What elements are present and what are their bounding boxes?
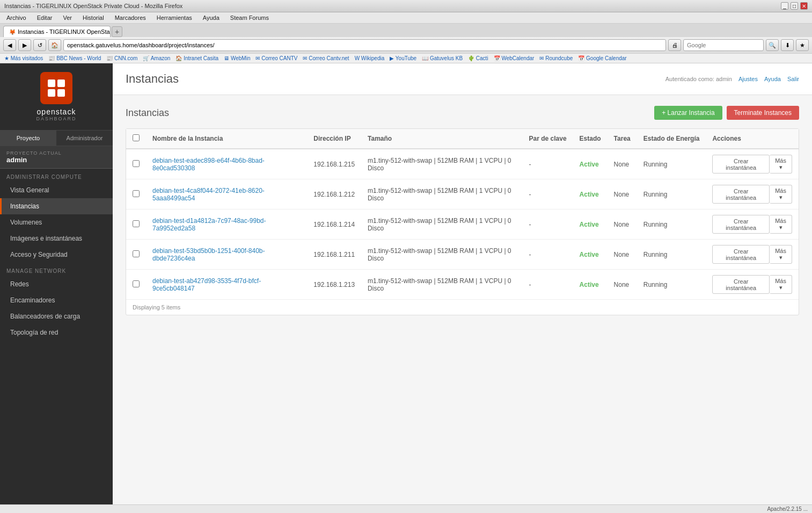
instance-task-cell: None xyxy=(608,149,637,179)
create-snapshot-button[interactable]: Crear instantánea xyxy=(712,245,770,264)
menu-archivo[interactable]: Archivo xyxy=(4,13,28,22)
app-wrapper: openstack DASHBOARD Proyecto Administrad… xyxy=(0,63,812,507)
sidebar-item-imagenes[interactable]: Imágenes e instantáneas xyxy=(0,230,113,247)
menu-marcadores[interactable]: Marcadores xyxy=(113,13,148,22)
bookmark-roundcube[interactable]: ✉ Roundcube xyxy=(538,55,574,62)
bookmarks-button[interactable]: ★ xyxy=(796,39,809,51)
instance-status-cell: Active xyxy=(573,149,608,179)
create-snapshot-button[interactable]: Crear instantánea xyxy=(712,275,770,294)
terminate-instances-button[interactable]: Terminate Instances xyxy=(727,106,799,120)
row-checkbox-cell xyxy=(126,270,146,300)
row-checkbox-2[interactable] xyxy=(133,220,140,227)
select-all-header xyxy=(126,129,146,149)
bookmark-webmin[interactable]: 🖥 WebMin xyxy=(223,55,251,62)
back-button[interactable]: ◀ xyxy=(3,39,16,51)
bookmark-google-calendar[interactable]: 📅 Google Calendar xyxy=(577,55,627,62)
address-bar[interactable] xyxy=(63,39,666,51)
print-button[interactable]: 🖨 xyxy=(668,39,681,51)
ajustes-link[interactable]: Ajustes xyxy=(738,76,758,82)
main-content: Instancias Autenticado como: admin Ajust… xyxy=(113,63,812,507)
forward-button[interactable]: ▶ xyxy=(18,39,31,51)
select-all-checkbox[interactable] xyxy=(133,134,140,141)
new-tab-button[interactable]: + xyxy=(112,26,122,37)
row-checkbox-cell xyxy=(126,209,146,240)
bookmark-correo-cantv[interactable]: ✉ Correo CANTV xyxy=(254,55,298,62)
instance-name-cell: debian-test-d1a4812a-7c97-48ac-99bd-7a99… xyxy=(146,209,307,240)
menu-herramientas[interactable]: Herramientas xyxy=(155,13,194,22)
table-row: debian-test-ab427d98-3535-4f7d-bfcf-9ce5… xyxy=(126,270,799,300)
status-badge: Active xyxy=(580,221,599,228)
bookmark-amazon[interactable]: 🛒 Amazon xyxy=(142,55,171,62)
bookmark-wikipedia[interactable]: W Wikipedia xyxy=(354,55,386,62)
row-checkbox-4[interactable] xyxy=(133,280,140,287)
instance-name-cell: debian-test-ab427d98-3535-4f7d-bfcf-9ce5… xyxy=(146,270,307,300)
sidebar-item-encaminadores[interactable]: Encaminadores xyxy=(0,292,113,308)
bookmark-webcalendar[interactable]: 📅 WebCalendar xyxy=(493,55,536,62)
search-icon[interactable]: 🔍 xyxy=(766,39,779,51)
maximize-button[interactable]: □ xyxy=(791,2,798,10)
active-tab[interactable]: 🦊 Instancias - TIGERLINUX OpenStack Priv… xyxy=(3,26,111,37)
sidebar-item-topologia[interactable]: Topología de red xyxy=(0,324,113,341)
bookmark-gatuvelus-kb[interactable]: 📖 Gatuvelus KB xyxy=(421,55,464,62)
menu-editar[interactable]: Editar xyxy=(35,13,55,22)
instances-table: Nombre de la Instancia Dirección IP Tama… xyxy=(126,129,799,300)
tab-proyecto[interactable]: Proyecto xyxy=(0,131,56,146)
row-checkbox-3[interactable] xyxy=(133,250,140,257)
search-input[interactable] xyxy=(683,39,764,51)
menu-ver[interactable]: Ver xyxy=(61,13,74,22)
bookmark-bbc[interactable]: 📰 BBC News - World xyxy=(47,55,102,62)
create-snapshot-button[interactable]: Crear instantánea xyxy=(712,155,770,174)
instance-name-link[interactable]: debian-test-eadec898-e64f-4b6b-8bad-8e0c… xyxy=(152,157,265,172)
create-snapshot-button[interactable]: Crear instantánea xyxy=(712,215,770,234)
more-actions-button[interactable]: Más ▾ xyxy=(770,245,792,264)
menu-historial[interactable]: Historial xyxy=(81,13,106,22)
download-button[interactable]: ⬇ xyxy=(781,39,794,51)
ayuda-link[interactable]: Ayuda xyxy=(764,76,781,82)
create-snapshot-button[interactable]: Crear instantánea xyxy=(712,185,770,204)
minimize-button[interactable]: _ xyxy=(781,2,788,10)
instance-name-link[interactable]: debian-test-ab427d98-3535-4f7d-bfcf-9ce5… xyxy=(152,277,261,292)
instance-power-cell: Running xyxy=(637,149,706,179)
row-checkbox-0[interactable] xyxy=(133,160,140,167)
close-button[interactable]: ✕ xyxy=(800,2,808,10)
instance-actions-cell: Crear instantánea Más ▾ xyxy=(706,240,799,270)
sidebar-item-balanceadores[interactable]: Balanceadores de carga xyxy=(0,308,113,324)
sidebar-tabs: Proyecto Administrador xyxy=(0,131,113,146)
sidebar-item-instancias[interactable]: Instancias xyxy=(0,198,113,214)
more-actions-button[interactable]: Más ▾ xyxy=(770,275,792,294)
more-actions-button[interactable]: Más ▾ xyxy=(770,185,792,204)
tab-administrador[interactable]: Administrador xyxy=(56,131,113,146)
row-checkbox-1[interactable] xyxy=(133,190,140,197)
bookmark-mas-visitados[interactable]: ★ Más visitados xyxy=(3,55,44,62)
bookmark-cacti[interactable]: 🌵 Cacti xyxy=(467,55,489,62)
sidebar-item-acceso[interactable]: Acceso y Seguridad xyxy=(0,247,113,263)
instance-name-link[interactable]: debian-test-53bd5b0b-1251-400f-840b-dbde… xyxy=(152,247,265,262)
content-area: Instancias + Lanzar Instancia Terminate … xyxy=(113,95,812,326)
reload-button[interactable]: ↺ xyxy=(33,39,46,51)
bookmark-correo-cantv-net[interactable]: ✉ Correo Cantv.net xyxy=(302,55,350,62)
instance-actions-cell: Crear instantánea Más ▾ xyxy=(706,209,799,240)
col-actions: Acciones xyxy=(706,129,799,149)
more-actions-button[interactable]: Más ▾ xyxy=(770,215,792,234)
sidebar-item-redes[interactable]: Redes xyxy=(0,276,113,292)
auth-text: Autenticado como: admin xyxy=(665,76,732,82)
instance-name-link[interactable]: debian-test-d1a4812a-7c97-48ac-99bd-7a99… xyxy=(152,217,266,232)
salir-link[interactable]: Salir xyxy=(787,76,799,82)
menu-ayuda[interactable]: Ayuda xyxy=(201,13,222,22)
tab-label: Instancias - TIGERLINUX OpenStack Priv..… xyxy=(18,28,111,35)
browser-tabs: 🦊 Instancias - TIGERLINUX OpenStack Priv… xyxy=(0,24,812,37)
status-text: Apache/2.2.15 ... xyxy=(767,506,808,507)
bookmark-cnn[interactable]: 📰 CNN.com xyxy=(105,55,138,62)
col-ip: Dirección IP xyxy=(307,129,361,149)
bookmark-youtube[interactable]: ▶ YouTube xyxy=(389,55,418,62)
col-size: Tamaño xyxy=(361,129,522,149)
sidebar-item-volumenes[interactable]: Volumenes xyxy=(0,214,113,230)
instance-name-link[interactable]: debian-test-4ca8f044-2072-41eb-8620-5aaa… xyxy=(152,187,265,202)
home-button[interactable]: 🏠 xyxy=(48,39,61,51)
more-actions-button[interactable]: Más ▾ xyxy=(770,155,792,174)
sidebar-item-vista-general[interactable]: Vista General xyxy=(0,182,113,198)
launch-instance-button[interactable]: + Lanzar Instancia xyxy=(654,106,722,120)
row-checkbox-cell xyxy=(126,240,146,270)
menu-steam[interactable]: Steam Forums xyxy=(228,13,271,22)
bookmark-intranet[interactable]: 🏠 Intranet Casita xyxy=(174,55,220,62)
